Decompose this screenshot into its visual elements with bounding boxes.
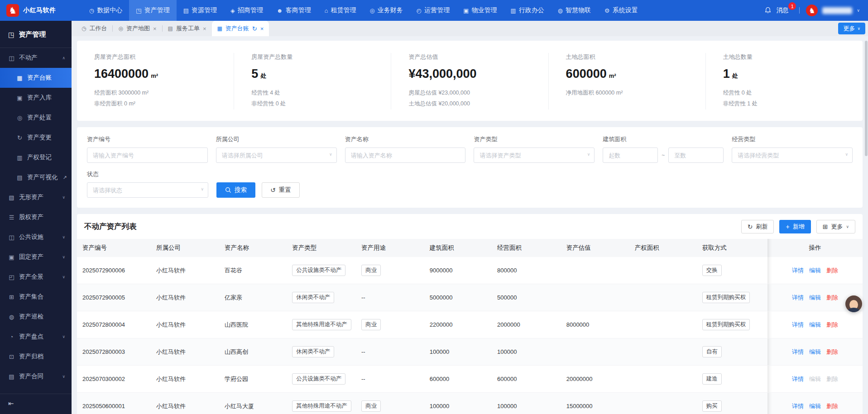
- asset-type-select[interactable]: [474, 148, 595, 163]
- nav-item-asset-management[interactable]: ◳资产管理: [129, 0, 176, 21]
- sidebar-item-asset-inbound[interactable]: ▣资产入库: [0, 88, 72, 108]
- sidebar-item-property-registration[interactable]: ▥产权登记: [0, 148, 72, 167]
- detail-link[interactable]: 详情: [792, 321, 804, 328]
- delete-link[interactable]: 删除: [826, 376, 838, 382]
- refresh-icon[interactable]: ↻: [252, 25, 257, 32]
- close-icon[interactable]: ×: [260, 25, 264, 32]
- brand-name: 小红马软件: [23, 6, 56, 14]
- customer-service-avatar[interactable]: [845, 295, 862, 312]
- list-title: 不动产资产列表: [84, 222, 137, 232]
- field-operation-type: 经营类型 ∨: [732, 135, 853, 163]
- sidebar-item-asset-panorama[interactable]: ◰资产全景∨: [0, 267, 72, 287]
- delete-link[interactable]: 删除: [826, 267, 838, 274]
- sidebar-item-asset-disposal[interactable]: ◎资产处置: [0, 108, 72, 128]
- nav-item-property-management[interactable]: ▣物业管理: [456, 0, 504, 21]
- delete-link[interactable]: 删除: [826, 294, 838, 301]
- equity-icon: ☰: [8, 214, 15, 221]
- building-icon: ◫: [8, 55, 15, 62]
- user-menu-caret-icon[interactable]: ∨: [857, 8, 860, 13]
- merchant-management-icon: ☻: [277, 7, 283, 14]
- nav-item-lease-management[interactable]: ⌂租赁管理: [318, 0, 363, 21]
- sidebar-item-asset-ledger[interactable]: ▦资产台账: [0, 68, 72, 88]
- sidebar-item-asset-contract[interactable]: ▤资产合同∨: [0, 366, 72, 386]
- sidebar-item-equity-assets[interactable]: ☰股权资产: [0, 207, 72, 227]
- delete-link[interactable]: 删除: [826, 348, 838, 355]
- asset-no-input[interactable]: [87, 148, 208, 163]
- add-button[interactable]: +新增: [779, 220, 810, 233]
- more-button[interactable]: ⊞更多∨: [816, 220, 855, 233]
- tab-asset-ledger[interactable]: ▦资产台账↻×: [212, 21, 269, 36]
- status-select[interactable]: [87, 182, 208, 198]
- company-select[interactable]: [216, 148, 337, 163]
- detail-link[interactable]: 详情: [792, 294, 804, 301]
- search-icon: [225, 187, 231, 193]
- refresh-button[interactable]: ↻刷新: [741, 220, 774, 233]
- nav-item-smart-iot[interactable]: ◍智慧物联: [551, 0, 598, 21]
- vertical-scrollbar-thumb[interactable]: [865, 41, 868, 156]
- search-button[interactable]: 搜索: [216, 182, 255, 198]
- username-redacted: [822, 7, 852, 14]
- sidebar-item-public-facilities[interactable]: ◫公共设施∨: [0, 227, 72, 247]
- close-icon[interactable]: ×: [153, 25, 157, 32]
- nav-item-investment-management[interactable]: ◈招商管理: [224, 0, 270, 21]
- detail-link[interactable]: 详情: [792, 348, 804, 355]
- sidebar-item-asset-collection[interactable]: ⊞资产集合: [0, 287, 72, 307]
- stocktake-icon: ◔: [8, 333, 15, 340]
- tab-service-order[interactable]: ▤服务工单×: [163, 21, 212, 36]
- grid-icon: ⊞: [823, 224, 828, 230]
- sidebar-item-fixed-assets[interactable]: ▣固定资产∨: [0, 247, 72, 267]
- messages-link[interactable]: 消息 1: [776, 6, 793, 14]
- sidebar-item-asset-inspection[interactable]: ◍资产巡检: [0, 307, 72, 327]
- detail-link[interactable]: 详情: [792, 403, 804, 409]
- sidebar-item-asset-stocktake[interactable]: ◔资产盘点∨: [0, 327, 72, 347]
- nav-item-admin-office[interactable]: ▥行政办公: [504, 0, 551, 21]
- stat-sublines: 房屋总估值 ¥23,000,000土地总估值 ¥20,000,000: [408, 87, 531, 109]
- tab-asset-map[interactable]: ◎资产地图×: [113, 21, 162, 36]
- acquisition-tag: 租赁到期购买权: [702, 319, 750, 330]
- edit-link[interactable]: 编辑: [809, 403, 821, 409]
- acquisition-tag: 交换: [702, 265, 722, 276]
- sidebar-item-asset-visualization[interactable]: ▤资产可视化↗: [0, 167, 72, 187]
- inspection-icon: ◍: [8, 314, 15, 320]
- building-area-from-input[interactable]: [603, 148, 658, 163]
- sidebar-item-asset-change[interactable]: ↻资产变更: [0, 128, 72, 148]
- edit-link[interactable]: 编辑: [809, 321, 821, 328]
- tabs-more-button[interactable]: 更多∨: [838, 23, 865, 34]
- intangible-icon: ▧: [8, 194, 15, 201]
- bell-icon[interactable]: [764, 7, 772, 14]
- nav-item-business-finance[interactable]: ◎业务财务: [363, 0, 409, 21]
- sidebar-item-real-estate[interactable]: ◫不动产∧: [0, 48, 72, 68]
- nav-item-resource-management[interactable]: ▤资源管理: [177, 0, 224, 21]
- chevron-down-icon: ∨: [62, 334, 65, 339]
- sidebar-collapse-icon[interactable]: ⇤: [0, 394, 72, 414]
- vertical-scrollbar[interactable]: [864, 21, 868, 414]
- edit-link[interactable]: 编辑: [809, 376, 821, 382]
- detail-link[interactable]: 详情: [792, 267, 804, 274]
- edit-link[interactable]: 编辑: [809, 348, 821, 355]
- table-row: 2025072800003 小红马软件 山西高创 休闲类不动产 -- 10000…: [77, 338, 863, 366]
- stat-value: 16400000m²: [94, 67, 216, 81]
- close-icon[interactable]: ×: [203, 25, 206, 32]
- nav-item-merchant-management[interactable]: ☻客商管理: [270, 0, 318, 21]
- sidebar-item-intangible-assets[interactable]: ▧无形资产∨: [0, 187, 72, 207]
- user-avatar[interactable]: ♞: [806, 5, 818, 16]
- building-area-to-input[interactable]: [668, 148, 724, 163]
- chevron-down-icon: ∨: [62, 374, 65, 379]
- app-logo-icon: ♞: [6, 4, 19, 17]
- edit-link[interactable]: 编辑: [809, 294, 821, 301]
- asset-type-tag: 其他特殊用途不动产: [292, 400, 351, 412]
- detail-link[interactable]: 详情: [792, 376, 804, 382]
- edit-link[interactable]: 编辑: [809, 267, 821, 274]
- stat-card-land-area: 土地总面积 600000m² 净用地面积 600000 m²: [548, 53, 705, 109]
- brand-area: ♞ 小红马软件: [0, 4, 72, 17]
- nav-item-system-settings[interactable]: ⚙系统设置: [598, 0, 645, 21]
- delete-link[interactable]: 删除: [826, 321, 838, 328]
- nav-item-data-center[interactable]: ◷数据中心: [82, 0, 129, 21]
- sidebar-item-asset-archive[interactable]: ⊡资产归档: [0, 347, 72, 366]
- asset-name-input[interactable]: [345, 148, 466, 163]
- delete-link[interactable]: 删除: [826, 403, 838, 409]
- operation-type-select[interactable]: [732, 148, 853, 163]
- tab-workbench[interactable]: ◷工作台: [76, 21, 112, 36]
- reset-button[interactable]: ↺ 重置: [262, 182, 300, 198]
- nav-item-operation-management[interactable]: ◴运营管理: [410, 0, 456, 21]
